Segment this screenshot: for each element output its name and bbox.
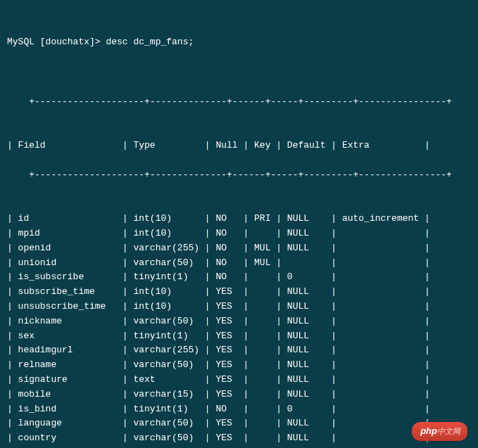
table-body: | id | int(10) | NO | PRI | NULL | auto_… (7, 212, 471, 448)
table-row: | language | varchar(50) | YES | | NULL … (7, 416, 471, 431)
table-row: | is_subscribe | tinyint(1) | NO | | 0 |… (7, 270, 471, 285)
table-row: | relname | varchar(50) | YES | | NULL |… (7, 358, 471, 373)
terminal-output: MySQL [douchatx]> desc dc_mp_fans; +----… (0, 0, 478, 448)
sql-prompt[interactable]: MySQL [douchatx]> desc dc_mp_fans; (7, 35, 471, 50)
table-row: | mpid | int(10) | NO | | NULL | | (7, 226, 471, 241)
table-row: | unsubscribe_time | int(10) | YES | | N… (7, 300, 471, 314)
table-row: | sex | tinyint(1) | YES | | NULL | | (7, 329, 471, 344)
table-row: | unionid | varchar(50) | NO | MUL | | | (7, 256, 471, 271)
table-header-row: | Field | Type | Null | Key | Default | … (7, 139, 471, 153)
table-row: | headimgurl | varchar(255) | YES | | NU… (7, 343, 471, 358)
table-row: | country | varchar(50) | YES | | NULL |… (7, 431, 471, 446)
table-row: | is_bind | tinyint(1) | NO | | 0 | | (7, 402, 471, 417)
logo-main: php (420, 425, 437, 436)
desc-table: +--------------------+--------------+---… (7, 80, 471, 448)
table-row: | openid | varchar(255) | NO | MUL | NUL… (7, 241, 471, 256)
php-logo: php中文网 (412, 422, 467, 441)
table-divider-mid: +--------------------+--------------+---… (29, 169, 452, 180)
table-row: | id | int(10) | NO | PRI | NULL | auto_… (7, 212, 471, 226)
table-row: | nickname | varchar(50) | YES | | NULL … (7, 314, 471, 329)
table-row: | signature | text | YES | | NULL | | (7, 373, 471, 388)
table-row: | mobile | varchar(15) | YES | | NULL | … (7, 388, 471, 402)
table-row: | subscribe_time | int(10) | YES | | NUL… (7, 285, 471, 300)
table-divider-top: +--------------------+--------------+---… (29, 96, 452, 107)
logo-suffix: 中文网 (437, 427, 460, 435)
